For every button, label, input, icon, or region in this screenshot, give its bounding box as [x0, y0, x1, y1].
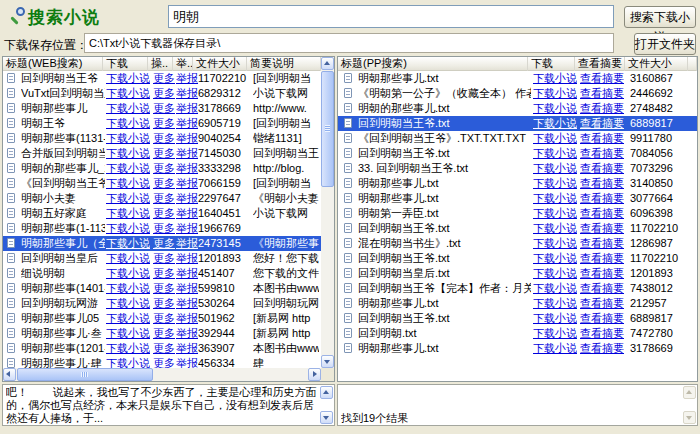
download-novel-link[interactable]: 下载小说: [533, 146, 577, 161]
table-row[interactable]: 回到明朝当王爷【完本】作者：月关下载小说查看摘要7438012: [338, 281, 697, 296]
view-summary-link[interactable]: 查看摘要: [580, 281, 624, 296]
download-novel-link[interactable]: 下载小说: [106, 281, 150, 296]
report-link[interactable]: 举报: [176, 326, 198, 341]
table-row[interactable]: 明朝那些事儿·叁下载小说更多举报392944[新易网 http: [3, 326, 321, 341]
open-folder-button[interactable]: 打开文件夹: [634, 33, 696, 55]
view-summary-link[interactable]: 查看摘要: [580, 311, 624, 326]
table-row[interactable]: 明朝那些事儿下载小说更多举报3178669http://www.: [3, 101, 321, 116]
download-novel-link[interactable]: 下载小说: [533, 341, 577, 356]
view-summary-link[interactable]: 查看摘要: [580, 266, 624, 281]
table-row[interactable]: 明朝那些事(1131-12下载小说更多举报9040254锴绪1131]: [3, 131, 321, 146]
column-header-operate[interactable]: 操..: [148, 57, 173, 71]
table-row[interactable]: 明朝那些事(1-1130)下载小说更多举报1966769: [3, 221, 321, 236]
vertical-scrollbar[interactable]: [321, 57, 334, 368]
download-novel-link[interactable]: 下载小说: [533, 86, 577, 101]
download-novel-link[interactable]: 下载小说: [106, 341, 150, 356]
report-link[interactable]: 举报: [176, 191, 198, 206]
more-link[interactable]: 更多: [153, 326, 175, 341]
download-novel-link[interactable]: 下载小说: [533, 326, 577, 341]
report-link[interactable]: 举报: [176, 266, 198, 281]
more-link[interactable]: 更多: [153, 221, 175, 236]
more-link[interactable]: 更多: [153, 71, 175, 86]
more-link[interactable]: 更多: [153, 116, 175, 131]
table-row[interactable]: 回到明朝当王爷下载小说更多举报11702210[回到明朝当: [3, 71, 321, 86]
report-link[interactable]: 举报: [176, 86, 198, 101]
table-row[interactable]: 明朝第一弄臣.txt下载小说查看摘要6096398: [338, 206, 697, 221]
table-row[interactable]: 《回到明朝当王爷》下载小说更多举报7066159[回到明朝当: [3, 176, 321, 191]
download-novel-link[interactable]: 下载小说: [106, 326, 150, 341]
table-row[interactable]: 明朝那些事儿.txt下载小说查看摘要212957: [338, 296, 697, 311]
report-link[interactable]: 举报: [176, 71, 198, 86]
report-link[interactable]: 举报: [176, 281, 198, 296]
table-row[interactable]: 回到明朝当王爷.txt下载小说查看摘要7084056: [338, 146, 697, 161]
download-novel-link[interactable]: 下载小说: [533, 116, 577, 131]
table-row[interactable]: 明朝那些事儿.txt下载小说查看摘要3160867: [338, 71, 697, 86]
scrollbar-thumb[interactable]: [17, 368, 153, 381]
download-novel-link[interactable]: 下载小说: [533, 251, 577, 266]
report-link[interactable]: 举报: [176, 251, 198, 266]
report-link[interactable]: 举报: [176, 341, 198, 356]
download-novel-link[interactable]: 下载小说: [106, 206, 150, 221]
table-row[interactable]: 回到明朝当王爷.txt下载小说查看摘要6889817: [338, 311, 697, 326]
view-summary-link[interactable]: 查看摘要: [580, 146, 624, 161]
download-novel-link[interactable]: 下载小说: [106, 146, 150, 161]
view-summary-link[interactable]: 查看摘要: [580, 131, 624, 146]
download-novel-link[interactable]: 下载小说: [533, 236, 577, 251]
table-row[interactable]: 明朝王爷下载小说更多举报6905719[回到明朝当: [3, 116, 321, 131]
table-row[interactable]: 33. 回到明朝当王爷.txt下载小说查看摘要7073296: [338, 161, 697, 176]
more-link[interactable]: 更多: [153, 251, 175, 266]
more-link[interactable]: 更多: [153, 236, 175, 251]
download-novel-link[interactable]: 下载小说: [106, 191, 150, 206]
table-row[interactable]: 明朝那些事儿（全集下载小说更多举报2473145《明朝那些事: [3, 236, 321, 251]
view-summary-link[interactable]: 查看摘要: [580, 251, 624, 266]
download-novel-link[interactable]: 下载小说: [533, 71, 577, 86]
report-link[interactable]: 举报: [176, 176, 198, 191]
table-row[interactable]: 明朝那些事儿.txt下载小说查看摘要3140850: [338, 176, 697, 191]
download-novel-link[interactable]: 下载小说: [533, 206, 577, 221]
table-row[interactable]: 回到明朝当王爷.txt下载小说查看摘要11702210: [338, 221, 697, 236]
download-novel-link[interactable]: 下载小说: [533, 266, 577, 281]
download-novel-link[interactable]: 下载小说: [533, 296, 577, 311]
view-summary-link[interactable]: 查看摘要: [580, 221, 624, 236]
report-link[interactable]: 举报: [176, 161, 198, 176]
scrollbar-thumb[interactable]: [321, 71, 334, 187]
download-novel-link[interactable]: 下载小说: [106, 266, 150, 281]
view-summary-link[interactable]: 查看摘要: [580, 236, 624, 251]
table-row[interactable]: 明朝五好家庭下载小说更多举报1640451小说下载网: [3, 206, 321, 221]
table-row[interactable]: 回到明朝当皇后下载小说更多举报1201893您好！您下载: [3, 251, 321, 266]
view-summary-link[interactable]: 查看摘要: [580, 86, 624, 101]
view-summary-link[interactable]: 查看摘要: [580, 71, 624, 86]
column-header-title[interactable]: 标题(PP搜索): [338, 57, 528, 71]
more-link[interactable]: 更多: [153, 281, 175, 296]
more-link[interactable]: 更多: [153, 86, 175, 101]
table-row[interactable]: 混在明朝当书生》.txt下载小说查看摘要1286987: [338, 236, 697, 251]
table-row[interactable]: 明朝那些事儿05下载小说更多举报501962[新易网 http: [3, 311, 321, 326]
search-input[interactable]: [168, 5, 614, 28]
view-summary-link[interactable]: 查看摘要: [580, 206, 624, 221]
more-link[interactable]: 更多: [153, 176, 175, 191]
report-link[interactable]: 举报: [176, 206, 198, 221]
view-summary-link[interactable]: 查看摘要: [580, 116, 624, 131]
download-novel-link[interactable]: 下载小说: [533, 311, 577, 326]
scroll-down-icon[interactable]: [321, 355, 334, 368]
table-row[interactable]: 明朝小夫妻下载小说更多举报2297647《明朝小夫妻: [3, 191, 321, 206]
column-header-download[interactable]: 下载: [528, 57, 575, 71]
download-novel-link[interactable]: 下载小说: [533, 101, 577, 116]
table-row[interactable]: 明朝那些事儿.txt下载小说查看摘要3178669: [338, 341, 697, 356]
report-link[interactable]: 举报: [176, 131, 198, 146]
column-header-view-summary[interactable]: 查看摘要: [575, 57, 625, 71]
table-row[interactable]: VuTxt回到明朝当王爷下载小说更多举报6829312小说下载网: [3, 86, 321, 101]
download-novel-link[interactable]: 下载小说: [106, 251, 150, 266]
column-header-summary[interactable]: 简要说明: [247, 57, 321, 71]
table-row[interactable]: 回到明朝当王爷.txt下载小说查看摘要6889817: [338, 116, 697, 131]
scroll-right-icon[interactable]: [308, 368, 321, 381]
view-summary-link[interactable]: 查看摘要: [580, 176, 624, 191]
column-header-title[interactable]: 标题(WEB搜索): [3, 57, 103, 71]
table-row[interactable]: 细说明朝下载小说更多举报451407您下载的文件: [3, 266, 321, 281]
table-row[interactable]: 明朝那些事儿.txt下载小说查看摘要3077664: [338, 191, 697, 206]
more-link[interactable]: 更多: [153, 206, 175, 221]
more-link[interactable]: 更多: [153, 341, 175, 356]
view-summary-link[interactable]: 查看摘要: [580, 191, 624, 206]
report-link[interactable]: 举报: [176, 101, 198, 116]
more-link[interactable]: 更多: [153, 161, 175, 176]
